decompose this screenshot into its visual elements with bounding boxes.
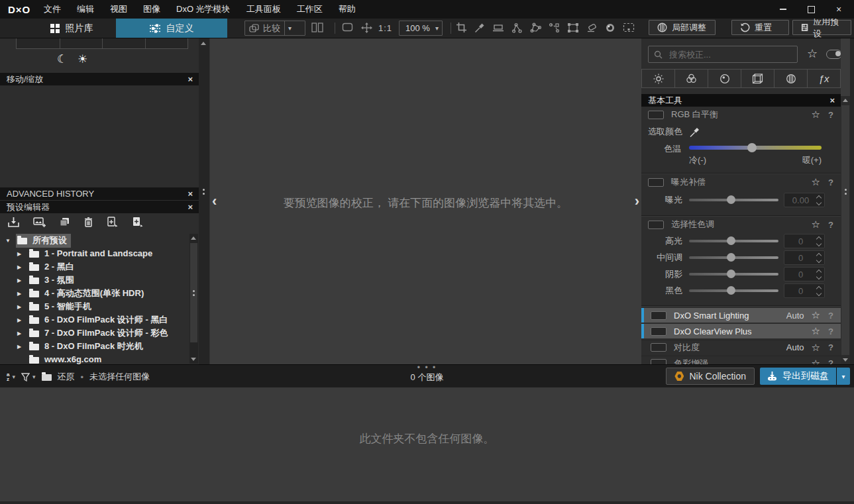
tone-slider[interactable]: [689, 253, 778, 262]
slider-handle[interactable]: [727, 236, 735, 245]
tab-customize[interactable]: 自定义: [116, 19, 227, 38]
help-icon[interactable]: ?: [827, 177, 834, 187]
duplicate-preset-icon[interactable]: [60, 217, 70, 230]
menu-item-1[interactable]: 编辑: [77, 3, 94, 15]
maximize-button[interactable]: [806, 5, 816, 14]
spin-down-icon[interactable]: [816, 290, 822, 295]
menu-item-5[interactable]: 工具面板: [246, 3, 281, 15]
close-icon[interactable]: ×: [187, 187, 193, 200]
category-geometry-tab[interactable]: [741, 69, 774, 88]
favorite-star-icon[interactable]: ☆: [812, 176, 820, 188]
favorite-star-icon[interactable]: ☆: [812, 219, 820, 230]
export-to-disk-button[interactable]: 导出到磁盘 ▾: [760, 368, 850, 385]
tab-photo-library[interactable]: 照片库: [28, 19, 115, 38]
tone-value-input[interactable]: 0: [784, 234, 825, 248]
menu-item-7[interactable]: 帮助: [339, 3, 356, 15]
red-eye-icon[interactable]: [605, 23, 615, 33]
expand-arrow-icon[interactable]: ▶: [17, 317, 28, 323]
value-spinner[interactable]: [817, 287, 821, 295]
exposure-value-input[interactable]: 0.00: [784, 193, 825, 207]
scroll-down-icon[interactable]: [843, 358, 848, 362]
value-spinner[interactable]: [817, 270, 821, 279]
collapse-right-panel-icon[interactable]: ›: [635, 194, 639, 209]
value-spinner[interactable]: [817, 254, 821, 262]
apply-preset-button[interactable]: 应用预设: [792, 20, 851, 35]
category-light-tab[interactable]: [641, 69, 675, 88]
value-spinner[interactable]: [817, 196, 821, 205]
create-preset-from-image-icon[interactable]: [33, 217, 46, 230]
category-local-adjustments-tab[interactable]: [774, 69, 808, 88]
menu-item-3[interactable]: 图像: [143, 3, 160, 15]
category-color-tab[interactable]: [675, 69, 708, 88]
scrollbar-thumb[interactable]: [190, 243, 197, 342]
smart-lighting-section-header[interactable]: DxO Smart Lighting Auto ☆ ?: [641, 308, 841, 323]
preset-tree-item[interactable]: ▶7 - DxO FilmPack 设计师 - 彩色: [0, 327, 188, 340]
search-input[interactable]: [668, 49, 792, 60]
temperature-slider[interactable]: [689, 142, 822, 154]
shadow-clipping-icon[interactable]: ☾: [57, 52, 67, 66]
nik-collection-button[interactable]: Nik Collection: [666, 368, 755, 385]
preset-tree-item[interactable]: ▶4 - 高动态范围(单张 HDR): [0, 287, 188, 300]
value-spinner[interactable]: [817, 237, 821, 246]
close-icon[interactable]: ×: [187, 73, 193, 85]
control-polygon-icon[interactable]: [530, 23, 541, 33]
tone-slider[interactable]: [689, 236, 778, 246]
delete-preset-icon[interactable]: [84, 217, 93, 230]
preset-tree-item[interactable]: ▼所有预设: [0, 234, 188, 247]
help-icon[interactable]: ?: [827, 311, 834, 321]
slider-handle[interactable]: [727, 195, 735, 204]
spin-down-icon[interactable]: [816, 274, 822, 279]
selective-tone-checkbox[interactable]: [648, 221, 664, 229]
menu-item-6[interactable]: 工作区: [297, 3, 323, 15]
expand-arrow-icon[interactable]: ▶: [17, 251, 28, 257]
scrollbar-thumb[interactable]: [841, 105, 849, 355]
export-preset-icon[interactable]: [107, 217, 118, 230]
slider-handle[interactable]: [727, 286, 735, 295]
preset-folder[interactable]: 4 - 高动态范围(单张 HDR): [28, 287, 148, 301]
compare-button[interactable]: 比较 ▾: [244, 21, 305, 36]
close-icon[interactable]: ×: [187, 201, 193, 213]
tone-slider[interactable]: [689, 286, 778, 295]
tone-value-input[interactable]: 0: [784, 267, 825, 281]
control-points-icon[interactable]: [511, 23, 523, 33]
import-preset-icon[interactable]: [8, 217, 19, 230]
white-balance-checkbox[interactable]: [648, 111, 664, 119]
menu-item-2[interactable]: 视图: [110, 3, 127, 15]
export-preset-alt-icon[interactable]: [132, 217, 143, 230]
perspective-icon[interactable]: [567, 23, 579, 33]
contrast-checkbox[interactable]: [651, 343, 667, 352]
preset-tree-item[interactable]: ▶3 - 氛围: [0, 274, 188, 287]
export-options-caret[interactable]: ▾: [837, 368, 850, 385]
zoom-level-dropdown[interactable]: 100 % ▾: [399, 21, 443, 36]
right-panel-scrollbar[interactable]: [841, 96, 850, 364]
favorites-filter-icon[interactable]: ☆: [807, 46, 818, 61]
slider-handle[interactable]: [747, 143, 757, 152]
slider-handle[interactable]: [727, 270, 735, 278]
scroll-up-icon[interactable]: [843, 99, 848, 102]
preset-folder[interactable]: 6 - DxO FilmPack 设计师 - 黑白: [28, 313, 172, 327]
expand-arrow-icon[interactable]: ▶: [17, 277, 28, 283]
compare-caret-icon[interactable]: ▾: [285, 25, 295, 32]
highlight-clipping-icon[interactable]: ☀: [78, 52, 87, 66]
expand-arrow-icon[interactable]: ▶: [17, 291, 28, 297]
spin-down-icon[interactable]: [816, 240, 822, 246]
preset-folder[interactable]: 所有预设: [16, 234, 71, 248]
splitter-grip-icon[interactable]: [203, 189, 205, 195]
preset-folder[interactable]: 5 - 智能手机: [28, 300, 95, 314]
close-icon[interactable]: ×: [829, 94, 835, 107]
help-icon[interactable]: ?: [827, 110, 834, 120]
help-icon[interactable]: ?: [827, 327, 834, 336]
favorite-star-icon[interactable]: ☆: [812, 309, 820, 321]
favorite-star-icon[interactable]: ☆: [812, 109, 820, 121]
exposure-slider[interactable]: [689, 195, 778, 205]
expand-arrow-icon[interactable]: ▶: [17, 264, 28, 270]
eyedropper-icon[interactable]: [474, 23, 485, 33]
favorite-star-icon[interactable]: ☆: [812, 342, 820, 354]
tone-slider[interactable]: [689, 270, 778, 279]
color-picker-icon[interactable]: [689, 126, 700, 138]
scroll-up-icon[interactable]: [201, 42, 206, 45]
control-line-icon[interactable]: [549, 23, 560, 33]
expand-arrow-icon[interactable]: ▶: [17, 344, 28, 350]
preset-tree-item[interactable]: ▶2 - 黑白: [0, 260, 188, 274]
preset-folder[interactable]: 3 - 氛围: [28, 274, 78, 287]
